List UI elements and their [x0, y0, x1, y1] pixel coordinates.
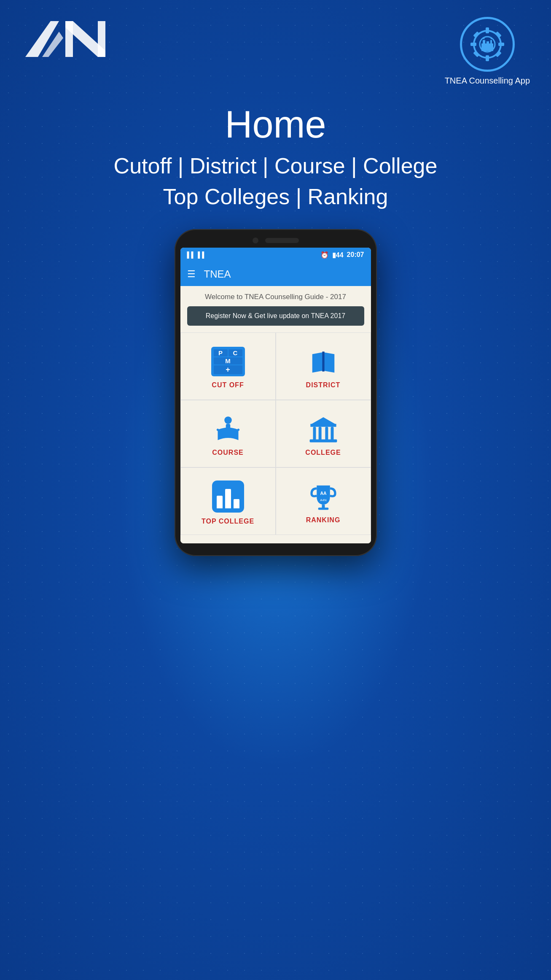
an-logo-svg [21, 17, 114, 63]
status-bar: ▌▌ ▌▌ ⏰ ▮44 20:07 [180, 248, 371, 262]
svg-rect-32 [318, 508, 328, 510]
status-left: ▌▌ ▌▌ [187, 251, 207, 258]
cutoff-label: CUT OFF [212, 381, 244, 389]
bar-1 [217, 496, 223, 508]
welcome-text: Welcome to TNEA Counselling Guide - 2017 [187, 293, 364, 301]
hero-subtitle-1: Cutoff | District | Course | College [114, 151, 438, 181]
svg-rect-7 [486, 27, 489, 33]
cutoff-p: P [214, 349, 228, 356]
svg-rect-26 [313, 427, 316, 440]
svg-rect-10 [498, 43, 504, 46]
signal-2: ▌▌ [198, 251, 206, 258]
top-college-icon [212, 481, 244, 513]
phone-top-bar [180, 238, 371, 243]
alarm-icon: ⏰ [320, 251, 329, 259]
svg-point-22 [224, 416, 232, 424]
menu-item-district[interactable]: DISTRICT [276, 332, 371, 400]
hero-title: Home [114, 103, 438, 146]
logo-text [21, 17, 114, 69]
ranking-label: RANKING [306, 516, 341, 524]
svg-rect-28 [325, 427, 328, 440]
map-svg [309, 347, 338, 376]
status-right: ⏰ ▮44 20:07 [320, 251, 364, 259]
hero-text-section: Home Cutoff | District | Course | Colleg… [97, 103, 454, 212]
course-icon [213, 414, 243, 444]
phone-device: ▌▌ ▌▌ ⏰ ▮44 20:07 ☰ TNEA Welcome [175, 229, 377, 556]
cutoff-c: C [228, 349, 242, 356]
svg-rect-25 [310, 424, 336, 427]
bar-3 [234, 499, 239, 508]
menu-item-top-college[interactable]: TOP COLLEGE [180, 467, 276, 535]
svg-rect-30 [309, 439, 337, 442]
svg-rect-12 [495, 31, 502, 38]
app-bar-title: TNEA [204, 268, 231, 280]
trophy-svg: AA A4N [309, 482, 338, 511]
district-label: DISTRICT [306, 381, 341, 389]
svg-rect-18 [490, 40, 492, 44]
svg-text:A4N: A4N [320, 498, 327, 502]
camera-dot [253, 238, 258, 243]
cutoff-m: M [214, 357, 242, 364]
header-row: TNEA Counselling App [0, 0, 551, 94]
phone-screen: ▌▌ ▌▌ ⏰ ▮44 20:07 ☰ TNEA Welcome [180, 248, 371, 543]
gear-svg [466, 23, 508, 65]
svg-rect-9 [470, 43, 476, 46]
svg-rect-23 [226, 424, 230, 431]
cutoff-plus: + [214, 365, 242, 374]
welcome-section: Welcome to TNEA Counselling Guide - 2017… [180, 286, 371, 332]
chart-box [212, 481, 244, 513]
phone-bottom-bar [180, 535, 371, 543]
menu-grid: P C M + CUT OFF [180, 332, 371, 535]
svg-rect-13 [473, 51, 480, 57]
signal-1: ▌▌ [187, 251, 196, 258]
menu-item-course[interactable]: COURSE [180, 400, 276, 467]
speaker-grille [265, 238, 299, 243]
district-icon [309, 347, 338, 376]
svg-text:AA: AA [320, 490, 327, 495]
menu-item-ranking[interactable]: AA A4N RANKING [276, 467, 371, 535]
building-svg [309, 414, 338, 444]
svg-rect-4 [98, 21, 105, 57]
hamburger-menu-icon[interactable]: ☰ [187, 269, 196, 280]
battery-indicator: ▮44 [332, 251, 344, 259]
ranking-icon: AA A4N [309, 482, 338, 511]
svg-rect-29 [331, 427, 333, 440]
svg-marker-24 [310, 417, 336, 425]
college-label: COLLEGE [305, 449, 341, 456]
gear-icon-circle [460, 17, 515, 72]
svg-marker-0 [25, 21, 59, 57]
svg-rect-14 [495, 51, 502, 57]
course-label: COURSE [212, 449, 243, 456]
college-icon [309, 414, 338, 444]
reader-svg [213, 414, 243, 444]
app-name-right: TNEA Counselling App [445, 75, 530, 86]
svg-rect-17 [486, 41, 489, 44]
svg-rect-8 [486, 55, 489, 61]
menu-item-cutoff[interactable]: P C M + CUT OFF [180, 332, 276, 400]
bar-2 [225, 489, 231, 508]
logo-left [21, 17, 114, 69]
phone-wrapper: ▌▌ ▌▌ ⏰ ▮44 20:07 ☰ TNEA Welcome [175, 229, 377, 556]
svg-rect-16 [483, 40, 485, 44]
svg-rect-11 [473, 31, 480, 38]
time-display: 20:07 [347, 251, 364, 259]
svg-rect-21 [322, 351, 324, 371]
hero-subtitle-2: Top Colleges | Ranking [114, 181, 438, 212]
app-bar: ☰ TNEA [180, 262, 371, 286]
top-college-label: TOP COLLEGE [202, 518, 254, 525]
menu-item-college[interactable]: COLLEGE [276, 400, 371, 467]
cutoff-icon: P C M + [211, 347, 245, 376]
logo-right: TNEA Counselling App [445, 17, 530, 86]
svg-rect-15 [481, 43, 493, 51]
svg-rect-27 [318, 427, 321, 440]
register-button[interactable]: Register Now & Get live update on TNEA 2… [187, 306, 364, 326]
